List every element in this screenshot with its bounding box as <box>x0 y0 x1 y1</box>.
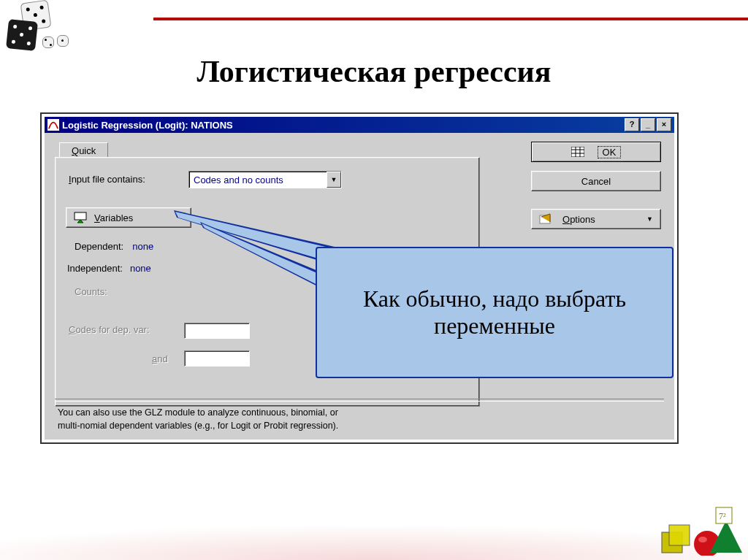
slide-title: Логистическая регрессия <box>0 54 748 89</box>
options-icon <box>539 213 552 225</box>
variables-icon <box>74 212 87 223</box>
window-title: Logistic Regression (Logit): NATIONS <box>62 120 233 131</box>
chevron-down-icon: ▼ <box>646 215 653 223</box>
tab-strip: Quick <box>59 142 108 158</box>
cancel-button[interactable]: Cancel <box>531 171 661 191</box>
variables-button[interactable]: Variables <box>66 207 191 228</box>
slide-accent-bar <box>153 18 748 20</box>
svg-rect-1 <box>571 147 584 157</box>
independent-label: Independent: <box>67 263 123 274</box>
chevron-down-icon[interactable]: ▼ <box>327 172 341 188</box>
input-file-value: Codes and no counts <box>189 174 327 185</box>
hint-text: You can also use the GLZ module to analy… <box>58 406 661 432</box>
close-button[interactable]: × <box>657 118 671 131</box>
title-bar[interactable]: Logistic Regression (Logit): NATIONS ? _… <box>45 117 674 133</box>
input-file-label: Input file contains: <box>69 174 145 185</box>
app-icon <box>47 119 59 131</box>
summary-icon <box>571 146 584 158</box>
separator <box>55 399 664 402</box>
ok-button[interactable]: OK <box>531 142 661 162</box>
independent-value: none <box>130 263 151 274</box>
svg-rect-12 <box>669 525 690 545</box>
codes-label: Codes for dep. var: <box>69 324 150 335</box>
annotation-callout: Как обычно, надо выбрать переменные <box>316 247 673 378</box>
options-button[interactable]: Options ▼ <box>531 209 661 229</box>
svg-rect-0 <box>75 212 86 220</box>
decorative-shapes-icon: 7² <box>656 503 744 556</box>
decorative-dice-icon <box>0 0 80 51</box>
and-label: and <box>152 353 168 364</box>
help-button[interactable]: ? <box>625 118 639 131</box>
dependent-value: none <box>132 241 153 252</box>
minimize-button[interactable]: _ <box>641 118 655 131</box>
svg-text:7²: 7² <box>719 511 726 521</box>
codes-input-2[interactable] <box>184 350 250 367</box>
slide-bottom-gradient <box>0 509 748 560</box>
svg-point-14 <box>698 537 707 542</box>
input-file-combo[interactable]: Codes and no counts ▼ <box>188 171 342 188</box>
codes-input-1[interactable] <box>184 323 250 339</box>
dependent-label: Dependent: <box>75 241 123 252</box>
counts-label: Counts: <box>75 286 107 297</box>
